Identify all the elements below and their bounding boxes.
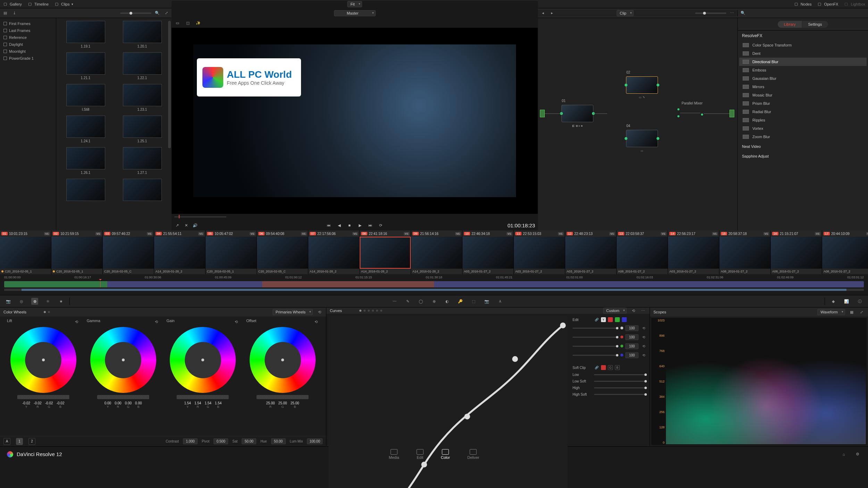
clip-thumbnail[interactable]: 1422:56:23:17V1 A03_2016-01-27_2 [668,230,719,274]
softclip-g[interactable]: G [608,365,613,370]
window-icon[interactable]: ◯ [417,298,424,305]
wheel-reset-icon[interactable]: ⟲ [313,319,319,325]
clip-thumbnail[interactable]: 0822:41:18:16V1 A14_2016-01-28_2 [360,230,411,274]
clip-thumbnail[interactable]: 1322:03:58:37V1 A08_2016-01-27_2 [617,230,668,274]
qualifier-icon[interactable]: ✎ [404,298,411,305]
fx-item[interactable]: Emboss [739,66,867,74]
softclip-slider[interactable] [594,374,647,375]
wheel-value[interactable]: 0.00 [105,401,111,405]
nodes-clip-dropdown[interactable]: Clip [617,10,634,16]
curve-link-icon[interactable]: 🔗 [594,317,599,322]
hue-value[interactable]: 50.00 [271,438,286,444]
gallery-album[interactable]: Last Frames [0,27,56,34]
wheel-reset-icon[interactable]: ⟲ [153,319,160,325]
clip-thumbnail[interactable]: 0609:54:40:08V1 C20_2016-02-05_C [257,230,308,274]
lightbox-toggle[interactable]: ▢Lightbox [844,2,865,7]
sat-value[interactable]: 50.00 [242,438,256,444]
wheel-value[interactable]: 1.54 [184,401,191,405]
clip-thumbnail[interactable]: 1520:58:37:18V1 A08_2016-01-27_2 [719,230,771,274]
page-2-button[interactable]: 2 [28,438,35,445]
still-thumbnail[interactable]: 1.24.1 [59,116,112,143]
curve-value[interactable]: 100 [625,352,639,358]
page-media[interactable]: Media [389,449,399,460]
blur-icon[interactable]: ◐ [444,298,451,305]
wheel-value[interactable]: 1.54 [215,401,222,405]
sizing-icon[interactable]: ⬚ [470,298,477,305]
scopes-expand-icon[interactable]: ⤢ [858,309,865,315]
node-02[interactable]: 02 ▭ ✎ [626,76,658,94]
clip-thumbnail[interactable]: 1122:53:15:03V1 A03_2016-01-27_2 [514,230,565,274]
key-icon[interactable]: 🔑 [457,298,464,305]
fx-tab-settings[interactable]: Settings [802,21,828,28]
wheel-reset-icon[interactable]: ⟲ [74,319,80,325]
still-thumbnail[interactable]: 1.22.1 [116,52,169,80]
softclip-b[interactable]: B [615,365,620,370]
node-04[interactable]: 04 ▭ [626,130,658,147]
gallery-search-icon[interactable]: 🔍 [154,10,160,16]
curve-intensity-slider[interactable] [573,328,618,329]
clip-thumbnail[interactable]: 1222:48:23:13V1 A03_2016-01-27_2 [565,230,617,274]
wheel-value[interactable]: 0.00 [125,401,132,405]
split-screen-icon[interactable]: ◫ [185,20,191,26]
nodes-zoom-slider[interactable] [695,12,726,14]
curve-value[interactable]: 100 [625,343,639,349]
scopes-mode-dropdown[interactable]: Waveform [817,309,845,315]
softclip-r[interactable] [601,365,606,370]
master-wheel-slider[interactable] [17,395,69,399]
still-thumbnail[interactable]: 1.21.1 [59,52,112,80]
mixer-out[interactable] [700,110,704,120]
timeline-toggle[interactable]: ▢Timeline [27,2,49,7]
fx-item[interactable]: Mirrors [739,83,867,91]
gallery-album[interactable]: Moonlight [0,48,56,55]
node-01[interactable]: 01 ◧ ◉ ▸ ■ [561,105,593,122]
clip-thumbnail[interactable]: 1621:15:21:07V1 A08_2016-01-27_2 [771,230,822,274]
still-thumbnail[interactable]: 1.20.1 [116,21,169,48]
still-thumbnail[interactable]: 1.26.1 [59,147,112,175]
rgb-mixer-icon[interactable]: ⚛ [44,298,51,305]
nodes-toggle[interactable]: ▢Nodes [794,2,812,7]
wheel-value[interactable]: 1.54 [205,401,211,405]
curve-intensity-slider[interactable] [573,346,618,347]
gallery-toggle[interactable]: ▢Gallery [3,2,22,7]
still-thumbnail[interactable] [116,179,169,202]
highlight-icon[interactable]: ✨ [195,20,201,26]
openfx-toggle[interactable]: ▢OpenFX [817,2,838,7]
fx-item[interactable]: Color Space Transform [739,41,867,49]
last-frame-button[interactable]: ⏭ [368,222,373,228]
mini-timeline[interactable]: 01:00:00:0001:00:16:1701:00:30:0601:00:4… [0,274,868,295]
wheel-value[interactable]: 25.00 [266,401,275,405]
gallery-scrollbar[interactable] [168,21,171,148]
curve-chan-r[interactable] [608,317,613,322]
wheels-reset-icon[interactable]: ⟲ [316,309,323,315]
gallery-album[interactable]: Reference [0,34,56,41]
clip-thumbnail[interactable]: 1022:46:34:18V1 A03_2016-01-27_2 [462,230,514,274]
info-icon[interactable]: ⓘ [856,298,863,305]
qualifier-picker-icon[interactable]: ↗ [174,222,180,228]
curve-plot[interactable] [328,316,568,488]
wheel-reset-icon[interactable]: ⟲ [233,319,239,325]
fx-item[interactable]: Directional Blur [739,58,867,66]
softclip-link-icon[interactable]: 🔗 [594,365,599,370]
wheel-value[interactable]: 25.00 [291,401,299,405]
stereo-icon[interactable]: 📷 [483,298,490,305]
camera-raw-icon[interactable]: 📷 [5,298,12,305]
fx-item[interactable]: Mosaic Blur [739,91,867,99]
wheel-value[interactable]: 1.54 [194,401,201,405]
viewer-fit-dropdown[interactable]: Fit [347,1,362,7]
page-color[interactable]: Color [441,449,450,460]
clip-thumbnail[interactable]: 0210:21:59:15V1 C20_2016-02-05_1 [51,230,103,274]
playhead[interactable] [100,281,101,287]
softclip-slider[interactable] [594,387,647,388]
image-wipe-icon[interactable]: ▭ [174,20,181,26]
settings-icon[interactable]: ⚙ [854,451,861,458]
clip-thumbnail[interactable]: 0421:55:54:11V1 A14_2016-01-28_2 [154,230,206,274]
tracker-icon[interactable]: ⊕ [431,298,437,305]
nodes-prev-icon[interactable]: ◂ [540,10,546,16]
curves-mode-dropdown[interactable]: Custom [603,308,627,314]
fx-item[interactable]: Zoom Blur [739,133,867,141]
master-wheel-slider[interactable] [177,395,229,399]
curve-value[interactable]: 100 [625,325,639,331]
gallery-album[interactable]: PowerGrade 1 [0,55,56,62]
reset-icon[interactable]: ✕ [183,222,189,228]
curve-chan-b[interactable] [622,317,627,322]
